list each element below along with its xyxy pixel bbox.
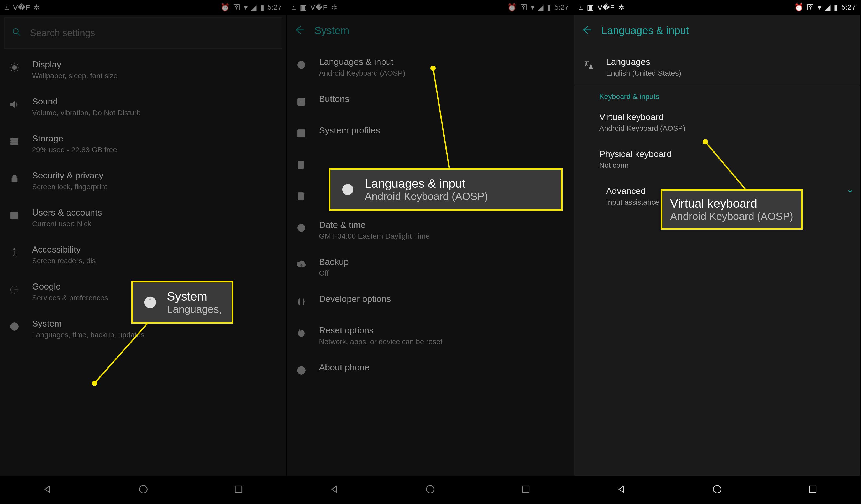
key-icon: ⚿ xyxy=(807,3,814,12)
nav-home-button[interactable] xyxy=(712,484,722,495)
brightness-icon xyxy=(8,60,22,74)
reset-icon xyxy=(294,326,309,340)
callout-system: SystemLanguages, xyxy=(131,281,233,324)
status-bar: ⏍▣ᐯ�F✲ ⏰⚿▾◢▮5:27 xyxy=(574,0,860,15)
lock-icon xyxy=(8,172,22,186)
android-navbar xyxy=(0,476,286,504)
row-about-phone[interactable]: About phone xyxy=(287,354,573,386)
signal-icon: ◢ xyxy=(251,3,257,12)
voicemail-icon: ⏍ xyxy=(5,3,9,12)
row-date-time[interactable]: Date & timeGMT-04:00 Eastern Daylight Ti… xyxy=(287,212,573,249)
key-icon: ⚿ xyxy=(520,3,527,12)
globe-icon xyxy=(340,182,355,197)
row-reset-options[interactable]: Reset optionsNetwork, apps, or device ca… xyxy=(287,317,573,354)
app-icon: ᐯ�F xyxy=(13,3,30,12)
wifi-icon: ▾ xyxy=(818,3,821,12)
storage-icon xyxy=(8,134,22,149)
image-icon: ▣ xyxy=(300,3,306,12)
back-button[interactable] xyxy=(582,24,592,37)
appbar: System xyxy=(287,15,573,46)
battery-icon: ▮ xyxy=(260,3,264,12)
callout-languages-input: Languages & inputAndroid Keyboard (AOSP) xyxy=(329,168,562,211)
phone-system: ⏍▣ᐯ�F✲ ⏰⚿▾◢▮5:27 System Languages & inpu… xyxy=(287,0,574,504)
profiles-icon xyxy=(294,126,309,140)
battery-icon: ▮ xyxy=(547,3,551,12)
info-icon xyxy=(8,319,22,333)
fn-icon xyxy=(294,95,309,109)
page-title: Languages & input xyxy=(601,25,689,37)
leaf-icon: ✲ xyxy=(331,3,337,12)
alarm-icon: ⏰ xyxy=(507,3,516,12)
search-settings[interactable] xyxy=(4,17,282,49)
nav-recents-button[interactable] xyxy=(807,484,818,495)
section-keyboard-inputs: Keyboard & inputs xyxy=(574,86,860,104)
alarm-icon: ⏰ xyxy=(220,3,229,12)
row-virtual-keyboard[interactable]: Virtual keyboardAndroid Keyboard (AOSP) xyxy=(574,104,860,141)
wifi-icon: ▾ xyxy=(531,3,534,12)
leaf-icon: ✲ xyxy=(618,3,624,12)
app-icon: ᐯ�F xyxy=(598,3,615,12)
voicemail-icon: ⏍ xyxy=(292,3,296,12)
row-buttons[interactable]: Buttons xyxy=(287,86,573,117)
signal-icon: ◢ xyxy=(825,3,830,12)
nav-home-button[interactable] xyxy=(138,484,149,495)
nav-home-button[interactable] xyxy=(425,484,436,495)
chevron-down-icon: ⌄ xyxy=(846,184,854,195)
nav-back-button[interactable] xyxy=(617,484,627,495)
system-list: Languages & inputAndroid Keyboard (AOSP)… xyxy=(287,46,573,476)
translate-icon xyxy=(582,58,596,72)
row-languages-input[interactable]: Languages & inputAndroid Keyboard (AOSP) xyxy=(287,49,573,86)
wifi-icon: ▾ xyxy=(244,3,247,12)
info-icon xyxy=(143,295,158,310)
row-system-profiles[interactable]: System profiles xyxy=(287,117,573,149)
gestures-icon xyxy=(294,158,309,172)
voicemail-icon: ⏍ xyxy=(579,3,583,12)
info-icon xyxy=(294,363,309,378)
row-security[interactable]: Security & privacyScreen lock, fingerpri… xyxy=(0,163,286,200)
nav-back-button[interactable] xyxy=(329,484,340,495)
google-icon xyxy=(8,283,22,297)
status-bar: ⏍▣ᐯ�F✲ ⏰⚿▾◢▮5:27 xyxy=(287,0,573,15)
globe-icon xyxy=(294,58,309,72)
backup-icon xyxy=(294,258,309,272)
row-languages[interactable]: LanguagesEnglish (United States) xyxy=(574,49,860,86)
key-icon: ⚿ xyxy=(233,3,240,12)
alarm-icon: ⏰ xyxy=(794,3,803,12)
search-icon xyxy=(12,28,22,39)
accessibility-icon xyxy=(8,245,22,260)
app-icon: ᐯ�F xyxy=(310,3,327,12)
clock-text: 5:27 xyxy=(555,3,569,12)
leaf-icon: ✲ xyxy=(33,3,40,12)
nav-back-button[interactable] xyxy=(42,484,53,495)
lang-list: LanguagesEnglish (United States) Keyboar… xyxy=(574,46,860,476)
clock-text: 5:27 xyxy=(268,3,282,12)
clock-icon xyxy=(294,221,309,235)
phone-languages-input: ⏍▣ᐯ�F✲ ⏰⚿▾◢▮5:27 Languages & input Langu… xyxy=(574,0,861,504)
signal-icon: ◢ xyxy=(538,3,543,12)
phone-settings-root: ⏍ ᐯ�F ✲ ⏰ ⚿ ▾ ◢ ▮ 5:27 DisplayWallpaper,… xyxy=(0,0,287,504)
row-accessibility[interactable]: AccessibilityScreen readers, dis xyxy=(0,236,286,273)
battery-icon: ▮ xyxy=(834,3,838,12)
android-navbar xyxy=(287,476,573,504)
status-bar: ⏍ ᐯ�F ✲ ⏰ ⚿ ▾ ◢ ▮ 5:27 xyxy=(0,0,286,15)
account-icon xyxy=(8,208,22,222)
row-developer-options[interactable]: Developer options xyxy=(287,286,573,317)
sparkle-icon xyxy=(294,189,309,203)
volume-icon xyxy=(8,97,22,111)
callout-virtual-keyboard: Virtual keyboardAndroid Keyboard (AOSP) xyxy=(661,189,803,230)
clock-text: 5:27 xyxy=(841,3,856,12)
search-input[interactable] xyxy=(30,28,274,39)
braces-icon xyxy=(294,295,309,309)
back-button[interactable] xyxy=(294,24,305,37)
image-icon: ▣ xyxy=(587,3,594,12)
android-navbar xyxy=(574,476,860,504)
nav-recents-button[interactable] xyxy=(233,484,244,495)
row-physical-keyboard[interactable]: Physical keyboardNot conn xyxy=(574,141,860,178)
appbar: Languages & input xyxy=(574,15,860,46)
row-storage[interactable]: Storage29% used - 22.83 GB free xyxy=(0,125,286,163)
row-users[interactable]: Users & accountsCurrent user: Nick xyxy=(0,200,286,236)
nav-recents-button[interactable] xyxy=(521,484,531,495)
row-backup[interactable]: BackupOff xyxy=(287,249,573,286)
row-sound[interactable]: SoundVolume, vibration, Do Not Disturb xyxy=(0,88,286,125)
row-display[interactable]: DisplayWallpaper, sleep, font size xyxy=(0,52,286,88)
